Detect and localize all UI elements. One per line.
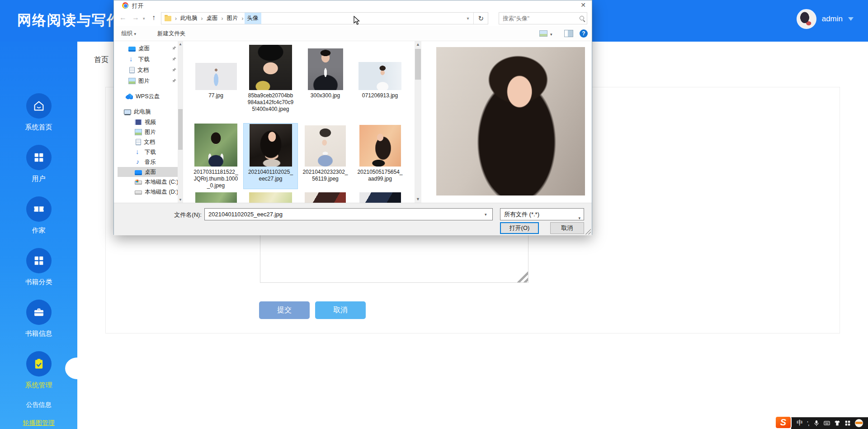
- skin-shirt-icon[interactable]: [834, 420, 840, 426]
- tree-item-videos[interactable]: 视频: [118, 117, 178, 127]
- file-item[interactable]: 77.jpg: [189, 45, 243, 113]
- tree-item-wps-cloud[interactable]: WPS云盘: [118, 91, 178, 102]
- tree-item-pictures-pinned[interactable]: 图片: [118, 76, 178, 86]
- new-folder-button[interactable]: 新建文件夹: [157, 30, 186, 38]
- view-dropdown-icon[interactable]: ▾: [550, 32, 552, 37]
- tree-item-documents[interactable]: 文档: [118, 137, 178, 147]
- open-button[interactable]: 打开(O): [500, 222, 539, 234]
- view-thumbnails-icon[interactable]: [539, 30, 547, 37]
- username: admin: [822, 14, 843, 24]
- breadcrumb-this-pc[interactable]: 此电脑: [178, 13, 200, 24]
- organize-button[interactable]: 组织 ▾: [121, 30, 136, 38]
- filetype-select[interactable]: 所有文件 (*.*) ▾: [500, 208, 584, 220]
- filename-input[interactable]: [204, 208, 493, 220]
- scroll-up-icon[interactable]: ▲: [415, 41, 421, 48]
- ime-taskbar: 中 ’,: [791, 417, 868, 429]
- sidebar-item-book-info[interactable]: 书籍信息: [0, 300, 77, 338]
- back-icon[interactable]: ←: [119, 14, 127, 22]
- breadcrumb-pictures[interactable]: 图片: [224, 13, 241, 24]
- search-box[interactable]: [499, 12, 587, 24]
- tree-item-music[interactable]: 音乐: [118, 157, 178, 167]
- ime-chinese-mode[interactable]: 中: [797, 419, 803, 427]
- file-thumbnail: [359, 192, 401, 203]
- sogou-logo-icon[interactable]: S: [775, 416, 792, 429]
- search-input[interactable]: [499, 15, 579, 22]
- scrollbar-thumb[interactable]: [178, 109, 183, 150]
- file-item[interactable]: 071206913.jpg: [353, 45, 407, 113]
- tree-item-desktop-selected[interactable]: 桌面: [118, 167, 178, 177]
- tree-item-this-pc[interactable]: 此电脑: [118, 106, 178, 117]
- file-item[interactable]: [298, 192, 353, 203]
- tree-item-desktop-pinned[interactable]: 桌面: [118, 43, 178, 54]
- file-item[interactable]: [189, 192, 243, 203]
- avatar[interactable]: [797, 9, 816, 29]
- sidebar-item-label: 书籍分类: [0, 278, 77, 286]
- microphone-icon[interactable]: [813, 420, 820, 426]
- file-item[interactable]: 20210505175654_aad99.jpg: [353, 123, 407, 189]
- tree-item-downloads-pinned[interactable]: 下载: [118, 54, 178, 65]
- file-thumbnail: [249, 45, 292, 90]
- file-list-scrollbar[interactable]: ▲ ▼: [415, 41, 421, 203]
- tree-item-local-disk-d[interactable]: 本地磁盘 (D:): [118, 187, 178, 197]
- scroll-up-icon[interactable]: ▲: [178, 41, 183, 47]
- sidebar-item-writers[interactable]: 作家: [0, 196, 77, 235]
- clipboard-check-icon: [26, 351, 52, 377]
- keyboard-icon[interactable]: [824, 420, 830, 426]
- tree-item-pictures[interactable]: 图片: [118, 127, 178, 137]
- tree-scrollbar[interactable]: ▲ ▼: [178, 41, 183, 203]
- toolbox-grid-icon[interactable]: [844, 420, 851, 426]
- scroll-down-icon[interactable]: ▼: [178, 197, 183, 203]
- tree-item-local-disk-c[interactable]: 本地磁盘 (C:): [118, 177, 178, 187]
- open-file-dialog: 打开 ✕ ← → ▾ ↑ › 此电脑 › 桌面 › 图片 › 头像 ▾ ↻: [113, 0, 592, 235]
- dialog-nav-row: ← → ▾ ↑ › 此电脑 › 桌面 › 图片 › 头像 ▾ ↻: [114, 10, 592, 26]
- file-thumbnail: [308, 48, 343, 90]
- resize-grip[interactable]: [585, 229, 591, 234]
- content-textarea[interactable]: [260, 234, 528, 283]
- scrollbar-thumb[interactable]: [415, 49, 421, 80]
- search-icon[interactable]: [579, 15, 583, 22]
- file-item[interactable]: 20170311181522_JQRrj.thumb.1000_0.jpeg: [189, 123, 243, 189]
- help-icon[interactable]: ?: [580, 29, 588, 38]
- address-dropdown-icon[interactable]: ▾: [462, 16, 473, 21]
- form-cancel-button[interactable]: 取消: [315, 301, 366, 319]
- preview-pane-icon[interactable]: [564, 30, 573, 37]
- file-item[interactable]: [243, 192, 298, 203]
- refresh-icon[interactable]: ↻: [474, 14, 488, 23]
- up-icon[interactable]: ↑: [152, 14, 156, 22]
- sidebar-subitem-announcements[interactable]: 公告信息: [0, 401, 77, 409]
- sidebar-subitem-carousel-management[interactable]: 轮播图管理: [0, 419, 77, 427]
- user-menu[interactable]: admin: [797, 7, 854, 31]
- breadcrumb-avatar[interactable]: 头像: [245, 13, 261, 24]
- dialog-cancel-button[interactable]: 取消: [550, 222, 584, 234]
- file-item[interactable]: 300x300.jpg: [298, 45, 353, 113]
- dialog-titlebar[interactable]: 打开 ✕: [114, 0, 592, 10]
- disk-icon: [135, 181, 142, 185]
- ticket-icon: [26, 196, 52, 222]
- sidebar-item-system-management[interactable]: 系统管理: [0, 351, 77, 390]
- sidebar-item-users[interactable]: 用户: [0, 145, 77, 183]
- history-chevron-icon[interactable]: ▾: [143, 16, 145, 21]
- forward-icon[interactable]: →: [132, 14, 139, 22]
- close-icon[interactable]: ✕: [579, 1, 587, 9]
- dialog-toolbar: 组织 ▾ 新建文件夹 ▾ ?: [114, 26, 592, 41]
- file-item[interactable]: [353, 192, 407, 203]
- music-icon: [135, 159, 142, 165]
- file-item[interactable]: 20210420232302_56119.jpeg: [298, 123, 353, 189]
- tab-home[interactable]: 首页: [94, 55, 108, 65]
- tree-item-documents-pinned[interactable]: 文档: [118, 65, 178, 76]
- sidebar-item-book-categories[interactable]: 书籍分类: [0, 248, 77, 286]
- file-item[interactable]: 85ba9ceb20704bb984aa142fc4c70c95!400x400…: [243, 45, 298, 113]
- pin-icon: [172, 67, 177, 73]
- sidebar-item-system-home[interactable]: 系统首页: [0, 93, 77, 132]
- submit-button[interactable]: 提交: [259, 301, 310, 319]
- address-bar[interactable]: › 此电脑 › 桌面 › 图片 › 头像 ▾ ↻: [161, 12, 488, 24]
- tree-item-downloads[interactable]: 下载: [118, 147, 178, 157]
- grid-icon: [26, 248, 52, 273]
- scroll-down-icon[interactable]: ▼: [415, 196, 421, 203]
- file-item-selected[interactable]: 20210401102025_eec27.jpg: [243, 123, 298, 189]
- emoji-face-icon[interactable]: [855, 419, 863, 427]
- breadcrumb-desktop[interactable]: 桌面: [204, 13, 221, 24]
- ime-punctuation-icon[interactable]: ’,: [807, 420, 809, 427]
- chevron-down-icon: [848, 17, 854, 21]
- sidebar-item-label: 用户: [0, 175, 77, 183]
